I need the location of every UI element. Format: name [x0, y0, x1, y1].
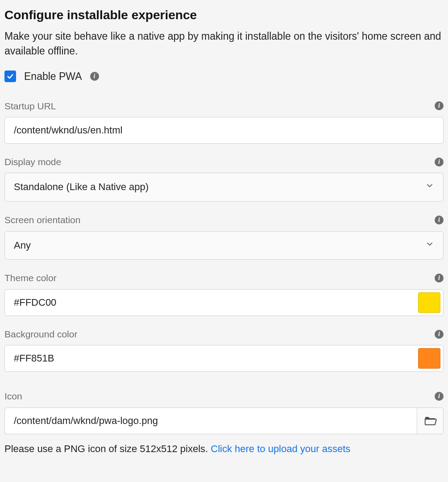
- display-mode-value: Standalone (Like a Native app): [14, 180, 149, 194]
- info-icon[interactable]: i: [435, 330, 444, 339]
- enable-pwa-checkbox[interactable]: [4, 71, 16, 82]
- checkmark-icon: [6, 72, 14, 80]
- icon-field: Icon i Please use a PNG icon of size 512…: [4, 390, 444, 456]
- info-icon[interactable]: i: [435, 392, 444, 401]
- page-description: Make your site behave like a native app …: [4, 29, 444, 58]
- display-mode-field: Display mode i Standalone (Like a Native…: [4, 155, 444, 202]
- enable-pwa-label: Enable PWA: [24, 69, 82, 83]
- theme-color-field: Theme color i: [4, 271, 444, 316]
- enable-pwa-row: Enable PWA i: [4, 69, 444, 83]
- startup-url-label: Startup URL: [4, 100, 56, 112]
- upload-assets-link[interactable]: Click here to upload your assets: [211, 443, 350, 454]
- background-color-input[interactable]: [5, 345, 415, 371]
- theme-color-input[interactable]: [5, 290, 415, 316]
- theme-color-swatch[interactable]: [418, 292, 440, 313]
- chevron-down-icon: [425, 180, 434, 194]
- icon-path-input[interactable]: [4, 407, 417, 434]
- display-mode-label: Display mode: [4, 155, 61, 168]
- background-color-field: Background color i: [4, 328, 444, 372]
- startup-url-input[interactable]: [4, 117, 444, 144]
- chevron-down-icon: [425, 239, 434, 253]
- screen-orientation-value: Any: [14, 239, 31, 253]
- background-color-swatch[interactable]: [418, 348, 440, 369]
- icon-hint-text: Please use a PNG icon of size 512x512 pi…: [4, 443, 211, 454]
- screen-orientation-select[interactable]: Any: [4, 231, 444, 260]
- screen-orientation-field: Screen orientation i Any: [4, 213, 444, 260]
- icon-hint: Please use a PNG icon of size 512x512 pi…: [4, 442, 444, 456]
- info-icon[interactable]: i: [435, 216, 444, 224]
- info-icon[interactable]: i: [435, 274, 444, 283]
- background-color-label: Background color: [4, 328, 77, 341]
- display-mode-select[interactable]: Standalone (Like a Native app): [4, 173, 444, 202]
- browse-button[interactable]: [417, 407, 444, 434]
- info-icon[interactable]: i: [435, 101, 444, 110]
- screen-orientation-label: Screen orientation: [4, 213, 80, 226]
- info-icon[interactable]: i: [90, 72, 99, 81]
- info-icon[interactable]: i: [435, 158, 444, 166]
- folder-open-icon: [423, 414, 437, 428]
- theme-color-label: Theme color: [4, 271, 57, 284]
- startup-url-field: Startup URL i: [4, 100, 444, 144]
- page-title: Configure installable experience: [4, 6, 444, 24]
- icon-label: Icon: [4, 390, 22, 403]
